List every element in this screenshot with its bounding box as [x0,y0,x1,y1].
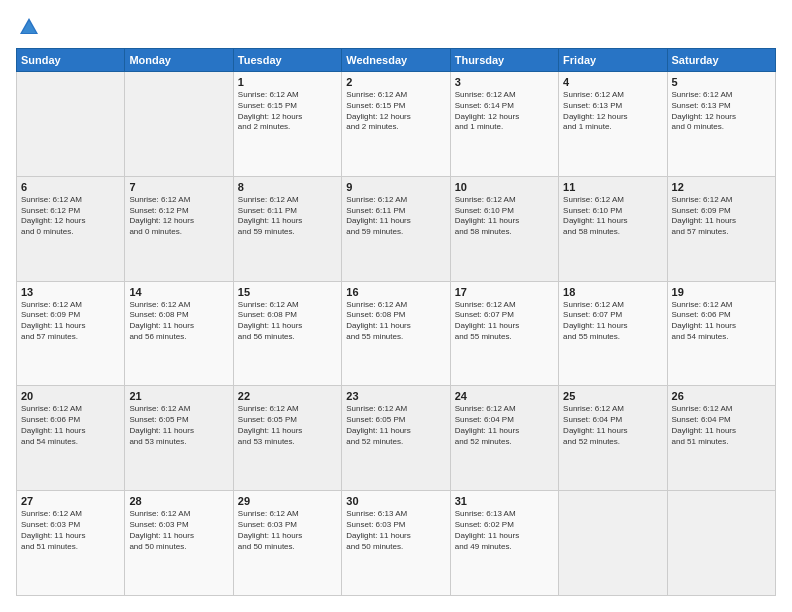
cell-content: Sunrise: 6:12 AM Sunset: 6:11 PM Dayligh… [238,195,337,238]
logo-icon [18,16,40,38]
calendar-header: SundayMondayTuesdayWednesdayThursdayFrid… [17,49,776,72]
calendar-body: 1Sunrise: 6:12 AM Sunset: 6:15 PM Daylig… [17,72,776,596]
calendar-cell: 15Sunrise: 6:12 AM Sunset: 6:08 PM Dayli… [233,281,341,386]
calendar-cell: 16Sunrise: 6:12 AM Sunset: 6:08 PM Dayli… [342,281,450,386]
cell-content: Sunrise: 6:13 AM Sunset: 6:02 PM Dayligh… [455,509,554,552]
header [16,16,776,38]
day-number: 3 [455,76,554,88]
calendar-cell: 20Sunrise: 6:12 AM Sunset: 6:06 PM Dayli… [17,386,125,491]
calendar-cell: 6Sunrise: 6:12 AM Sunset: 6:12 PM Daylig… [17,176,125,281]
day-number: 12 [672,181,771,193]
cell-content: Sunrise: 6:12 AM Sunset: 6:04 PM Dayligh… [563,404,662,447]
calendar-cell: 17Sunrise: 6:12 AM Sunset: 6:07 PM Dayli… [450,281,558,386]
day-number: 13 [21,286,120,298]
calendar-cell: 4Sunrise: 6:12 AM Sunset: 6:13 PM Daylig… [559,72,667,177]
calendar-cell: 3Sunrise: 6:12 AM Sunset: 6:14 PM Daylig… [450,72,558,177]
calendar-cell: 11Sunrise: 6:12 AM Sunset: 6:10 PM Dayli… [559,176,667,281]
header-day-thursday: Thursday [450,49,558,72]
cell-content: Sunrise: 6:12 AM Sunset: 6:15 PM Dayligh… [238,90,337,133]
calendar-cell: 8Sunrise: 6:12 AM Sunset: 6:11 PM Daylig… [233,176,341,281]
cell-content: Sunrise: 6:12 AM Sunset: 6:10 PM Dayligh… [455,195,554,238]
calendar-cell: 13Sunrise: 6:12 AM Sunset: 6:09 PM Dayli… [17,281,125,386]
cell-content: Sunrise: 6:12 AM Sunset: 6:03 PM Dayligh… [21,509,120,552]
cell-content: Sunrise: 6:12 AM Sunset: 6:04 PM Dayligh… [455,404,554,447]
header-row: SundayMondayTuesdayWednesdayThursdayFrid… [17,49,776,72]
calendar-cell: 30Sunrise: 6:13 AM Sunset: 6:03 PM Dayli… [342,491,450,596]
cell-content: Sunrise: 6:12 AM Sunset: 6:08 PM Dayligh… [129,300,228,343]
day-number: 20 [21,390,120,402]
cell-content: Sunrise: 6:12 AM Sunset: 6:04 PM Dayligh… [672,404,771,447]
cell-content: Sunrise: 6:12 AM Sunset: 6:08 PM Dayligh… [238,300,337,343]
calendar-cell: 31Sunrise: 6:13 AM Sunset: 6:02 PM Dayli… [450,491,558,596]
day-number: 9 [346,181,445,193]
calendar-cell: 5Sunrise: 6:12 AM Sunset: 6:13 PM Daylig… [667,72,775,177]
cell-content: Sunrise: 6:12 AM Sunset: 6:09 PM Dayligh… [21,300,120,343]
cell-content: Sunrise: 6:12 AM Sunset: 6:15 PM Dayligh… [346,90,445,133]
cell-content: Sunrise: 6:12 AM Sunset: 6:05 PM Dayligh… [129,404,228,447]
calendar-cell: 2Sunrise: 6:12 AM Sunset: 6:15 PM Daylig… [342,72,450,177]
week-row-3: 20Sunrise: 6:12 AM Sunset: 6:06 PM Dayli… [17,386,776,491]
day-number: 11 [563,181,662,193]
day-number: 29 [238,495,337,507]
cell-content: Sunrise: 6:12 AM Sunset: 6:12 PM Dayligh… [21,195,120,238]
cell-content: Sunrise: 6:12 AM Sunset: 6:07 PM Dayligh… [455,300,554,343]
calendar-cell: 28Sunrise: 6:12 AM Sunset: 6:03 PM Dayli… [125,491,233,596]
day-number: 25 [563,390,662,402]
day-number: 23 [346,390,445,402]
cell-content: Sunrise: 6:12 AM Sunset: 6:06 PM Dayligh… [21,404,120,447]
calendar-cell: 21Sunrise: 6:12 AM Sunset: 6:05 PM Dayli… [125,386,233,491]
cell-content: Sunrise: 6:12 AM Sunset: 6:09 PM Dayligh… [672,195,771,238]
day-number: 16 [346,286,445,298]
day-number: 10 [455,181,554,193]
day-number: 21 [129,390,228,402]
calendar-table: SundayMondayTuesdayWednesdayThursdayFrid… [16,48,776,596]
day-number: 8 [238,181,337,193]
cell-content: Sunrise: 6:12 AM Sunset: 6:05 PM Dayligh… [346,404,445,447]
calendar-cell: 10Sunrise: 6:12 AM Sunset: 6:10 PM Dayli… [450,176,558,281]
cell-content: Sunrise: 6:12 AM Sunset: 6:03 PM Dayligh… [129,509,228,552]
header-day-wednesday: Wednesday [342,49,450,72]
calendar-cell: 14Sunrise: 6:12 AM Sunset: 6:08 PM Dayli… [125,281,233,386]
calendar-cell: 29Sunrise: 6:12 AM Sunset: 6:03 PM Dayli… [233,491,341,596]
day-number: 5 [672,76,771,88]
calendar-cell: 25Sunrise: 6:12 AM Sunset: 6:04 PM Dayli… [559,386,667,491]
calendar-cell: 18Sunrise: 6:12 AM Sunset: 6:07 PM Dayli… [559,281,667,386]
week-row-4: 27Sunrise: 6:12 AM Sunset: 6:03 PM Dayli… [17,491,776,596]
cell-content: Sunrise: 6:12 AM Sunset: 6:11 PM Dayligh… [346,195,445,238]
header-day-tuesday: Tuesday [233,49,341,72]
calendar-cell [125,72,233,177]
logo [16,16,42,38]
calendar-cell: 19Sunrise: 6:12 AM Sunset: 6:06 PM Dayli… [667,281,775,386]
day-number: 6 [21,181,120,193]
calendar-cell [17,72,125,177]
cell-content: Sunrise: 6:12 AM Sunset: 6:08 PM Dayligh… [346,300,445,343]
cell-content: Sunrise: 6:12 AM Sunset: 6:03 PM Dayligh… [238,509,337,552]
calendar-cell: 24Sunrise: 6:12 AM Sunset: 6:04 PM Dayli… [450,386,558,491]
calendar-cell: 9Sunrise: 6:12 AM Sunset: 6:11 PM Daylig… [342,176,450,281]
calendar-cell [559,491,667,596]
calendar-cell [667,491,775,596]
day-number: 17 [455,286,554,298]
header-day-sunday: Sunday [17,49,125,72]
day-number: 22 [238,390,337,402]
cell-content: Sunrise: 6:12 AM Sunset: 6:07 PM Dayligh… [563,300,662,343]
page: SundayMondayTuesdayWednesdayThursdayFrid… [0,0,792,612]
header-day-monday: Monday [125,49,233,72]
day-number: 7 [129,181,228,193]
calendar-cell: 12Sunrise: 6:12 AM Sunset: 6:09 PM Dayli… [667,176,775,281]
day-number: 4 [563,76,662,88]
day-number: 1 [238,76,337,88]
calendar-cell: 22Sunrise: 6:12 AM Sunset: 6:05 PM Dayli… [233,386,341,491]
day-number: 2 [346,76,445,88]
day-number: 27 [21,495,120,507]
header-day-saturday: Saturday [667,49,775,72]
calendar-cell: 23Sunrise: 6:12 AM Sunset: 6:05 PM Dayli… [342,386,450,491]
day-number: 24 [455,390,554,402]
calendar-cell: 1Sunrise: 6:12 AM Sunset: 6:15 PM Daylig… [233,72,341,177]
day-number: 18 [563,286,662,298]
day-number: 30 [346,495,445,507]
calendar-cell: 26Sunrise: 6:12 AM Sunset: 6:04 PM Dayli… [667,386,775,491]
cell-content: Sunrise: 6:13 AM Sunset: 6:03 PM Dayligh… [346,509,445,552]
day-number: 28 [129,495,228,507]
day-number: 14 [129,286,228,298]
